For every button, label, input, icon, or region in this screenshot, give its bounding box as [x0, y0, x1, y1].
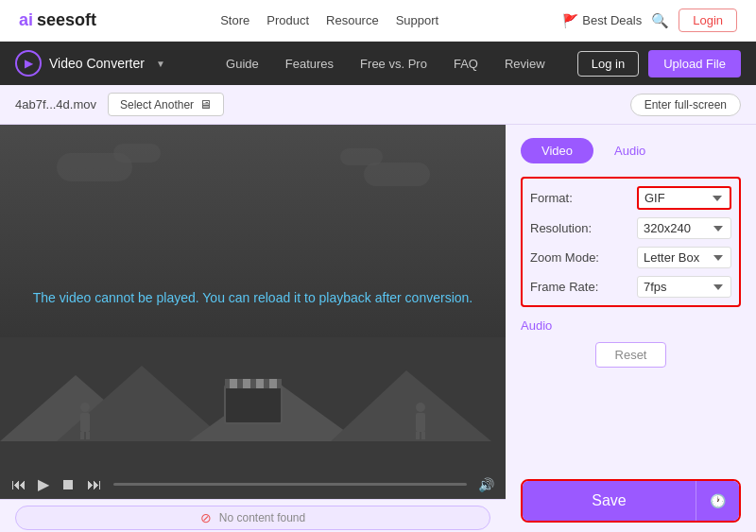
fullscreen-button[interactable]: Enter full-screen — [630, 94, 741, 116]
reset-button[interactable]: Reset — [595, 342, 667, 368]
tab-row: Video Audio — [521, 138, 741, 163]
video-preview: The video cannot be played. You can relo… — [0, 125, 506, 470]
play-icon: ▶ — [25, 57, 33, 70]
app-icon-area: ▶ Video Converter ▼ — [15, 50, 165, 77]
controls-bar: ⏮ ▶ ⏹ ⏭ 🔊 — [0, 470, 506, 499]
svg-rect-6 — [230, 379, 237, 388]
format-label: Format: — [530, 191, 573, 205]
resource-link[interactable]: Resource — [326, 13, 379, 27]
guide-link[interactable]: Guide — [226, 57, 259, 71]
volume-icon[interactable]: 🔊 — [478, 477, 494, 492]
rewind-button[interactable]: ⏮ — [11, 476, 26, 493]
logo: aiseesoft — [19, 10, 96, 30]
svg-point-10 — [80, 403, 90, 412]
format-select[interactable]: GIF — [637, 186, 731, 210]
video-message: The video cannot be played. You can relo… — [5, 290, 501, 305]
second-nav: ▶ Video Converter ▼ Guide Features Free … — [0, 42, 756, 85]
top-nav-links: Store Product Resource Support — [220, 13, 438, 27]
review-link[interactable]: Review — [505, 57, 545, 71]
svg-rect-17 — [421, 432, 425, 439]
support-link[interactable]: Support — [396, 13, 439, 27]
search-icon[interactable]: 🔍 — [651, 12, 669, 29]
zoom-row: Zoom Mode: Letter Box — [530, 247, 731, 268]
nav-links: Guide Features Free vs. Pro FAQ Review — [194, 57, 577, 71]
faq-link[interactable]: FAQ — [454, 57, 478, 71]
audio-section-label: Audio — [521, 318, 741, 333]
save-section: Save 🕐 — [521, 479, 741, 523]
video-tab[interactable]: Video — [521, 138, 593, 163]
app-icon: ▶ — [15, 50, 42, 77]
nav-right: Log in Upload File — [577, 50, 741, 77]
flag-icon: 🚩 — [562, 13, 578, 28]
svg-rect-11 — [80, 413, 90, 432]
no-content-area: ⊘ No content found — [15, 506, 490, 530]
zoom-label: Zoom Mode: — [530, 250, 599, 265]
svg-rect-15 — [416, 413, 425, 432]
audio-tab[interactable]: Audio — [593, 138, 666, 163]
framerate-row: Frame Rate: 7fps — [530, 276, 731, 298]
logo-seesoft: seesoft — [37, 10, 96, 30]
svg-rect-7 — [243, 379, 250, 388]
format-row: Format: GIF — [530, 186, 731, 210]
freevspro-link[interactable]: Free vs. Pro — [360, 57, 427, 71]
select-another-label: Select Another — [120, 98, 194, 112]
svg-rect-12 — [80, 432, 84, 439]
zoom-select[interactable]: Letter Box — [637, 247, 731, 268]
framerate-select[interactable]: 7fps — [637, 276, 731, 298]
best-deals-label: Best Deals — [582, 13, 642, 27]
save-clock-icon[interactable]: 🕐 — [696, 481, 739, 521]
login-outline-button[interactable]: Log in — [577, 51, 639, 77]
no-content-text: No content found — [219, 511, 305, 524]
dropdown-icon[interactable]: ▼ — [156, 59, 165, 69]
file-bar: 4ab7f...4d.mov Select Another 🖥 Enter fu… — [0, 85, 756, 125]
save-button[interactable]: Save — [523, 481, 696, 521]
film-clapper-icon — [220, 371, 286, 428]
file-name: 4ab7f...4d.mov — [15, 97, 96, 112]
warning-icon: ⊘ — [200, 510, 212, 525]
settings-grid: Format: GIF Resolution: 320x240 Zoom Mod… — [521, 177, 741, 307]
logo-ai: ai — [19, 10, 33, 30]
forward-button[interactable]: ⏭ — [87, 476, 102, 493]
best-deals[interactable]: 🚩 Best Deals — [562, 13, 642, 28]
monitor-icon: 🖥 — [199, 97, 212, 112]
status-bar: ⊘ No content found — [0, 499, 506, 532]
play-button[interactable]: ▶ — [38, 475, 49, 493]
upload-file-button[interactable]: Upload File — [648, 50, 741, 77]
store-link[interactable]: Store — [220, 13, 249, 27]
svg-point-14 — [416, 403, 425, 412]
svg-rect-13 — [86, 432, 90, 439]
main-content: The video cannot be played. You can relo… — [0, 125, 756, 532]
select-another-button[interactable]: Select Another 🖥 — [108, 93, 224, 116]
svg-rect-16 — [416, 432, 420, 439]
login-button[interactable]: Login — [679, 9, 737, 32]
svg-rect-8 — [256, 379, 264, 388]
framerate-label: Frame Rate: — [530, 280, 598, 294]
top-nav-right: 🚩 Best Deals 🔍 Login — [562, 9, 737, 32]
top-nav: aiseesoft Store Product Resource Support… — [0, 0, 756, 42]
person-silhouette-right — [411, 402, 430, 439]
resolution-label: Resolution: — [530, 221, 592, 235]
video-area: The video cannot be played. You can relo… — [0, 125, 506, 532]
reset-area: Reset — [521, 342, 741, 368]
settings-panel: Video Audio Format: GIF Resolution: 320x… — [506, 125, 756, 532]
progress-bar[interactable] — [113, 483, 467, 486]
svg-rect-9 — [269, 379, 277, 388]
app-title: Video Converter — [49, 56, 145, 71]
resolution-row: Resolution: 320x240 — [530, 217, 731, 239]
stop-button[interactable]: ⏹ — [60, 476, 76, 493]
features-link[interactable]: Features — [285, 57, 334, 71]
svg-rect-4 — [225, 386, 282, 423]
resolution-select[interactable]: 320x240 — [637, 217, 731, 239]
person-silhouette-left — [76, 402, 94, 439]
product-link[interactable]: Product — [266, 13, 309, 27]
spacer — [521, 377, 741, 470]
